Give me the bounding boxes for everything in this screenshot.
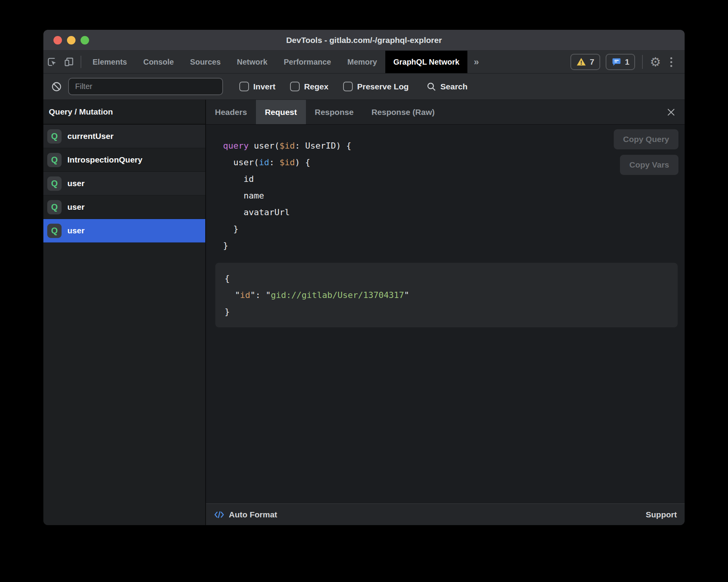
more-options-icon[interactable] [666,55,676,69]
variables-box: { "id": "gid://gitlab/User/13704317"} [215,263,678,327]
invert-checkbox[interactable] [239,82,249,91]
toolbar-right: 7 1 ⚙ [570,51,685,73]
preserve-log-checkbox[interactable] [343,82,353,91]
code-line: } [223,221,685,237]
devtools-tab-performance[interactable]: Performance [276,51,339,73]
query-list-item[interactable]: QcurrentUser [43,125,205,148]
code-line: "id": "gid://gitlab/User/13704317" [225,287,678,303]
query-name-label: user [67,202,84,212]
query-list-item[interactable]: QIntrospectionQuery [43,148,205,172]
panel-tabs: HeadersRequestResponseResponse (Raw) [206,100,444,124]
code-line: avatarUrl [223,204,685,221]
invert-label: Invert [253,82,275,91]
toolbar-divider [81,56,81,68]
devtools-tab-graphql-network[interactable]: GraphQL Network [385,51,468,73]
code-brackets-icon [214,509,225,520]
preserve-log-label: Preserve Log [357,82,409,91]
auto-format-label: Auto Format [229,510,277,519]
search-icon [426,82,436,92]
query-type-badge: Q [47,153,62,167]
close-window-button[interactable] [53,36,62,45]
main-area: Query / Mutation QcurrentUserQIntrospect… [43,100,685,525]
traffic-lights [53,36,89,45]
query-type-badge: Q [47,176,62,191]
block-icon[interactable] [51,81,62,92]
warnings-count: 7 [590,57,594,67]
search-label: Search [440,82,467,91]
query-type-badge: Q [47,224,62,238]
regex-checkbox-control[interactable]: Regex [290,82,328,91]
request-tab-content: Copy Query Copy Vars query user($id: Use… [206,125,685,503]
devtools-window: DevTools - gitlab.com/-/graphql-explorer… [43,30,685,525]
copy-vars-button[interactable]: Copy Vars [620,155,678,175]
query-name-label: currentUser [67,132,113,141]
copy-query-button[interactable]: Copy Query [614,129,678,149]
devtools-tab-sources[interactable]: Sources [182,51,229,73]
panel-tabbar: HeadersRequestResponseResponse (Raw) [206,100,685,125]
warning-icon [576,57,586,67]
warnings-badge[interactable]: 7 [570,54,600,70]
window-title: DevTools - gitlab.com/-/graphql-explorer [43,36,685,45]
code-line: } [225,303,678,320]
minimize-window-button[interactable] [67,36,76,45]
panel-tab-response[interactable]: Response [306,100,362,124]
devtools-tab-memory[interactable]: Memory [339,51,385,73]
query-name-label: user [67,226,84,235]
query-name-label: user [67,179,84,188]
messages-count: 1 [625,57,630,67]
auto-format-button[interactable]: Auto Format [214,509,277,520]
copy-buttons: Copy Query Copy Vars [614,129,678,175]
filter-input[interactable] [68,78,223,95]
code-line: { [225,270,678,287]
inspect-element-icon[interactable] [43,51,60,73]
query-sidebar: Query / Mutation QcurrentUserQIntrospect… [43,100,206,525]
device-toolbar-icon[interactable] [60,51,77,73]
regex-label: Regex [304,82,328,91]
graphql-query-code: query user($id: UserID) { user(id: $id) … [206,125,685,254]
titlebar: DevTools - gitlab.com/-/graphql-explorer [43,30,685,51]
filter-checkboxes: InvertRegexPreserve Log [239,82,409,91]
panel-tab-request[interactable]: Request [256,100,306,124]
devtools-tab-network[interactable]: Network [229,51,276,73]
devtools-tab-console[interactable]: Console [135,51,182,73]
more-tabs-button[interactable]: » [467,51,485,73]
filter-toolbar: InvertRegexPreserve Log Search [43,74,685,100]
toolbar-divider [642,55,643,69]
fullscreen-window-button[interactable] [81,36,89,45]
query-type-badge: Q [47,200,62,214]
devtools-tab-elements[interactable]: Elements [84,51,135,73]
invert-checkbox-control[interactable]: Invert [239,82,275,91]
code-line: name [223,187,685,204]
close-panel-icon[interactable] [658,100,685,124]
devtools-tabbar-tabs: ElementsConsoleSourcesNetworkPerformance… [84,51,467,73]
devtools-tabbar: ElementsConsoleSourcesNetworkPerformance… [43,51,685,74]
query-list-item[interactable]: Quser [43,195,205,219]
panel-footer: Auto Format Support [206,503,685,525]
search-control[interactable]: Search [426,82,467,92]
panel-tab-headers[interactable]: Headers [206,100,256,124]
regex-checkbox[interactable] [290,82,300,91]
query-list-item[interactable]: Quser [43,172,205,195]
support-link[interactable]: Support [646,510,677,519]
message-icon [611,57,622,67]
messages-badge[interactable]: 1 [606,54,635,70]
settings-gear-icon[interactable]: ⚙ [650,56,661,68]
query-name-label: IntrospectionQuery [67,155,143,164]
code-line: } [223,237,685,254]
sidebar-header: Query / Mutation [43,100,205,125]
panel-tab-response-raw[interactable]: Response (Raw) [362,100,443,124]
query-list-item[interactable]: Quser [43,219,205,243]
preserve-log-checkbox-control[interactable]: Preserve Log [343,82,409,91]
variables-code: { "id": "gid://gitlab/User/13704317"} [225,270,678,320]
detail-panel: HeadersRequestResponseResponse (Raw) Cop… [206,100,685,525]
query-list: QcurrentUserQIntrospectionQueryQuserQuse… [43,125,205,525]
query-type-badge: Q [47,129,62,144]
